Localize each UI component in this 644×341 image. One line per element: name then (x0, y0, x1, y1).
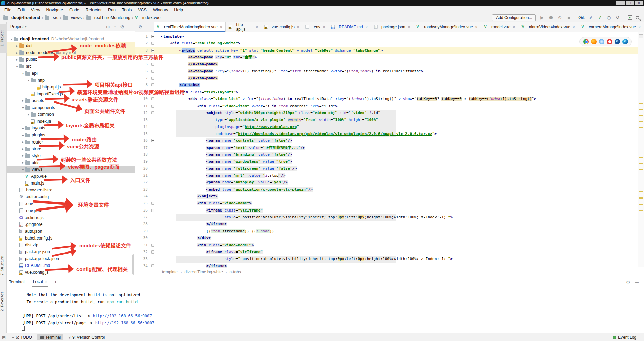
fold-icon[interactable] (151, 77, 154, 80)
ie-icon[interactable] (615, 39, 620, 44)
error-stripe-mark[interactable] (639, 204, 643, 205)
tree-item-assets[interactable]: ▸assets (7, 97, 135, 104)
error-stripe-mark[interactable] (639, 109, 643, 110)
gear-icon[interactable]: ⚙ (120, 24, 124, 29)
chevron-icon[interactable]: ▾ (9, 37, 14, 41)
menu-view[interactable]: View (28, 7, 43, 13)
fold-icon[interactable] (151, 49, 154, 52)
hide-tabs-icon[interactable]: ─ (145, 24, 149, 30)
event-log[interactable]: Event Log (613, 335, 644, 340)
menu-code[interactable]: Code (66, 7, 83, 13)
tree-item-main.js[interactable]: main.js (7, 180, 135, 187)
tree-item-views[interactable]: ▸views (7, 166, 135, 173)
close-button[interactable]: × (635, 1, 643, 5)
tree-item-http-api.js[interactable]: http-api.js (7, 84, 135, 91)
error-stripe-mark[interactable] (639, 121, 643, 122)
firefox-icon[interactable] (591, 39, 597, 44)
error-stripe-mark[interactable] (639, 115, 643, 116)
tree-item-package.json[interactable]: package.json (7, 248, 135, 255)
menu-navigate[interactable]: Navigate (43, 7, 66, 13)
edge-icon[interactable] (622, 39, 628, 44)
run-anything-icon[interactable] (628, 15, 632, 20)
git-commit-icon[interactable]: ✓ (597, 15, 603, 20)
error-stripe-mark[interactable] (639, 197, 643, 199)
tree-item-public[interactable]: ▸public (7, 56, 135, 63)
chevron-icon[interactable]: ▸ (26, 113, 31, 117)
tree-item-.env[interactable]: .env (7, 200, 135, 207)
breadcrumb-item-duoji-frontend[interactable]: duoji-frontend (3, 15, 40, 20)
tree-item-vue.config.js[interactable]: vue.config.js (7, 269, 135, 276)
fold-icon[interactable] (151, 56, 154, 59)
menu-window[interactable]: Window (150, 7, 171, 13)
stop-icon[interactable]: ■ (566, 15, 571, 20)
fold-icon[interactable] (151, 209, 154, 212)
tree-item-style[interactable]: ▸style (7, 152, 135, 159)
chevron-icon[interactable]: ▸ (15, 58, 19, 62)
profiler-icon[interactable]: ⊙ (557, 15, 562, 20)
tab-alarmVideos-index-vue[interactable]: alarmVideos\index.vue× (518, 22, 578, 32)
minimize-icon[interactable]: ─ (635, 279, 639, 285)
run-icon[interactable]: ▶ (539, 15, 545, 20)
editor-breadcrumb-div.realTime.bg-white[interactable]: div.realTime.bg-white (184, 270, 223, 274)
chevron-icon[interactable]: ▸ (20, 147, 25, 151)
tree-item-common[interactable]: ▸common (7, 111, 135, 118)
error-stripe-mark[interactable] (639, 127, 643, 128)
chevron-icon[interactable]: ▸ (20, 126, 25, 130)
chevron-icon[interactable]: ▾ (26, 78, 31, 82)
tree-item-.env.prod[interactable]: .env.prod (7, 207, 135, 214)
error-stripe-mark[interactable] (639, 103, 643, 104)
close-icon[interactable]: × (45, 279, 47, 284)
menu-run[interactable]: Run (105, 7, 119, 13)
tab-model-vue[interactable]: model.vue× (481, 22, 518, 32)
sidebar-item-project[interactable]: 1: Project (0, 24, 7, 53)
close-icon[interactable]: × (366, 25, 368, 29)
error-stripe-mark[interactable] (639, 210, 643, 211)
tree-item-duoji-frontend[interactable]: ▾duoji-frontend D:\zheheWeb\duoji-fronte… (7, 36, 135, 42)
gear-icon[interactable]: ⚙ (138, 24, 142, 29)
terminal-link[interactable]: http://192.168.66.56:9007 (93, 314, 152, 318)
tree-item-http[interactable]: ▾http (7, 77, 135, 84)
tab-vue-config-js[interactable]: vue.config.js× (261, 22, 302, 32)
chevron-icon[interactable]: ▾ (15, 65, 19, 68)
close-icon[interactable]: × (513, 25, 515, 29)
opera-icon[interactable] (607, 39, 612, 44)
minimize-button[interactable]: ─ (616, 1, 625, 5)
tree-item-node_modules[interactable]: ▸node_modules library root (7, 49, 135, 56)
tab-cameraManage-index-vue[interactable]: cameraManage\index.vue× (578, 22, 644, 32)
tree-item-README.md[interactable]: README.md (7, 262, 135, 269)
tab-http-api-js[interactable]: http-api.js× (226, 22, 261, 32)
menu-file[interactable]: File (1, 7, 14, 13)
sidebar-item-structure[interactable]: 7: Structure (0, 250, 7, 282)
rollback-icon[interactable]: ↺ (615, 15, 620, 20)
error-stripe[interactable] (638, 32, 644, 267)
tree-item-components[interactable]: ▾components (7, 104, 135, 111)
breadcrumb-item-realTimeMonitoring[interactable]: realTimeMonitoring (86, 15, 131, 20)
tree-item-dist.zip[interactable]: dist.zip (7, 242, 135, 248)
fold-icon[interactable] (151, 250, 154, 254)
chevron-down-icon[interactable]: ▾ (25, 25, 27, 28)
scroll-from-source-icon[interactable]: ↕ (114, 24, 116, 29)
search-everywhere-icon[interactable] (636, 16, 639, 19)
menu-vcs[interactable]: VCS (135, 7, 150, 13)
terminal-link[interactable]: http://192.168.66.56:9007 (95, 320, 154, 325)
tree-item-importExcel.js[interactable]: importExcel.js (7, 91, 135, 97)
menu-refactor[interactable]: Refactor (83, 7, 105, 13)
breadcrumb-item-index.vue[interactable]: index.vue (135, 15, 161, 20)
git-update-icon[interactable]: ⇙ (588, 15, 594, 20)
gear-icon[interactable]: ⚙ (626, 279, 630, 285)
error-stripe-mark[interactable] (639, 191, 643, 192)
close-icon[interactable]: × (475, 25, 477, 29)
tab--env[interactable]: .env× (302, 22, 328, 32)
editor-breadcrumb-template[interactable]: template (162, 270, 178, 274)
error-stripe-mark[interactable] (639, 163, 643, 164)
scrollbar-thumb[interactable] (132, 254, 134, 275)
tree-item-.eslintrc.js[interactable]: .eslintrc.js (7, 214, 135, 221)
project-panel-title[interactable]: Project (10, 24, 24, 29)
tree-item-.editorconfig[interactable]: .editorconfig (7, 193, 135, 200)
locate-icon[interactable]: ⊕ (106, 24, 110, 29)
sidebar-item-favorites[interactable]: 2: Favorites (0, 286, 7, 317)
tree-item-package-lock.json[interactable]: package-lock.json (7, 255, 135, 262)
tree-item-babel.config.js[interactable]: babel.config.js (7, 235, 135, 242)
chevron-icon[interactable]: ▾ (20, 71, 25, 75)
tab-roadwayManage-index-vue[interactable]: roadwayManage\index.vue× (413, 22, 481, 32)
